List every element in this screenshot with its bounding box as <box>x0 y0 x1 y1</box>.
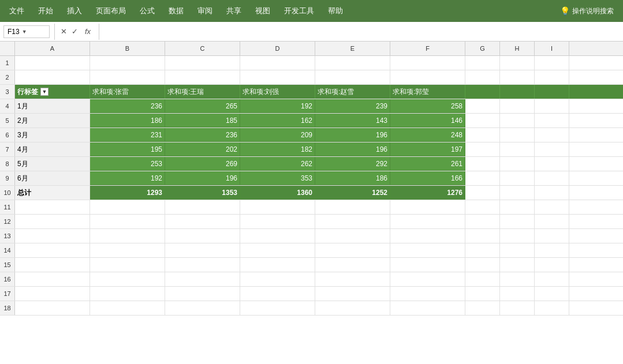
cell-G15[interactable] <box>465 258 500 272</box>
cell-B3[interactable]: 求和项:张雷 <box>90 85 165 99</box>
cell-A15[interactable] <box>15 258 90 272</box>
cell-G7[interactable] <box>465 142 500 156</box>
cell-C8[interactable]: 269 <box>165 157 240 171</box>
cell-I5[interactable] <box>535 114 569 127</box>
cell-E14[interactable] <box>315 243 390 257</box>
cell-A13[interactable] <box>15 229 90 243</box>
col-header-C[interactable]: C <box>165 42 240 55</box>
cell-D10[interactable]: 1360 <box>240 186 315 200</box>
cell-G8[interactable] <box>465 157 500 171</box>
cell-B18[interactable] <box>90 301 165 315</box>
menu-file[interactable]: 文件 <box>2 0 31 22</box>
cell-I7[interactable] <box>535 142 569 156</box>
cell-H15[interactable] <box>500 258 535 272</box>
cell-G6[interactable] <box>465 128 500 142</box>
col-header-A[interactable]: A <box>15 42 90 55</box>
cell-I14[interactable] <box>535 243 569 257</box>
cell-A16[interactable] <box>15 272 90 286</box>
cell-I16[interactable] <box>535 272 569 286</box>
cell-B10[interactable]: 1293 <box>90 186 165 200</box>
cell-H6[interactable] <box>500 128 535 142</box>
row-label-dropdown[interactable]: ▼ <box>40 88 49 96</box>
cell-G4[interactable] <box>465 99 500 113</box>
cell-B14[interactable] <box>90 243 165 257</box>
cell-E2[interactable] <box>315 70 390 84</box>
cell-B13[interactable] <box>90 229 165 243</box>
cell-D13[interactable] <box>240 229 315 243</box>
cell-I17[interactable] <box>535 287 569 301</box>
cell-C14[interactable] <box>165 243 240 257</box>
cell-A9[interactable]: 6月 <box>15 171 90 185</box>
cell-A12[interactable] <box>15 215 90 228</box>
col-header-D[interactable]: D <box>240 42 315 55</box>
cell-B11[interactable] <box>90 200 165 214</box>
cell-A2[interactable] <box>15 70 90 84</box>
cell-I9[interactable] <box>535 171 569 185</box>
cell-C2[interactable] <box>165 70 240 84</box>
cell-D14[interactable] <box>240 243 315 257</box>
cell-G1[interactable] <box>465 56 500 70</box>
cell-I6[interactable] <box>535 128 569 142</box>
cell-E16[interactable] <box>315 272 390 286</box>
cell-F12[interactable] <box>390 215 465 228</box>
cell-E9[interactable]: 186 <box>315 171 390 185</box>
cell-G3[interactable] <box>465 85 500 99</box>
cell-E17[interactable] <box>315 287 390 301</box>
cell-A18[interactable] <box>15 301 90 315</box>
cell-A17[interactable] <box>15 287 90 301</box>
cell-F11[interactable] <box>390 200 465 214</box>
cell-D12[interactable] <box>240 215 315 228</box>
menu-review[interactable]: 审阅 <box>191 0 219 22</box>
cell-C1[interactable] <box>165 56 240 70</box>
dropdown-icon[interactable]: ▼ <box>22 29 27 35</box>
cell-C12[interactable] <box>165 215 240 228</box>
menu-help[interactable]: 帮助 <box>321 0 350 22</box>
cell-F10[interactable]: 1276 <box>390 186 465 200</box>
cell-D11[interactable] <box>240 200 315 214</box>
cell-C17[interactable] <box>165 287 240 301</box>
cell-B12[interactable] <box>90 215 165 228</box>
menu-home[interactable]: 开始 <box>31 0 60 22</box>
menu-share[interactable]: 共享 <box>219 0 248 22</box>
cell-H2[interactable] <box>500 70 535 84</box>
confirm-icon[interactable]: ✓ <box>72 27 78 36</box>
cancel-icon[interactable]: ✕ <box>61 27 67 36</box>
cell-D7[interactable]: 182 <box>240 142 315 156</box>
cell-E6[interactable]: 196 <box>315 128 390 142</box>
menu-data[interactable]: 数据 <box>162 0 191 22</box>
cell-A5[interactable]: 2月 <box>15 114 90 127</box>
cell-H18[interactable] <box>500 301 535 315</box>
menu-formula[interactable]: 公式 <box>133 0 162 22</box>
cell-F7[interactable]: 197 <box>390 142 465 156</box>
cell-F9[interactable]: 166 <box>390 171 465 185</box>
cell-I4[interactable] <box>535 99 569 113</box>
cell-B15[interactable] <box>90 258 165 272</box>
cell-H13[interactable] <box>500 229 535 243</box>
cell-D17[interactable] <box>240 287 315 301</box>
cell-E7[interactable]: 196 <box>315 142 390 156</box>
col-header-F[interactable]: F <box>390 42 465 55</box>
cell-E11[interactable] <box>315 200 390 214</box>
cell-I10[interactable] <box>535 186 569 200</box>
cell-A6[interactable]: 3月 <box>15 128 90 142</box>
cell-A4[interactable]: 1月 <box>15 99 90 113</box>
cell-H16[interactable] <box>500 272 535 286</box>
cell-I1[interactable] <box>535 56 569 70</box>
cell-C5[interactable]: 185 <box>165 114 240 127</box>
cell-I3[interactable] <box>535 85 569 99</box>
cell-B17[interactable] <box>90 287 165 301</box>
cell-E8[interactable]: 292 <box>315 157 390 171</box>
cell-A11[interactable] <box>15 200 90 214</box>
cell-F14[interactable] <box>390 243 465 257</box>
cell-C7[interactable]: 202 <box>165 142 240 156</box>
cell-D5[interactable]: 162 <box>240 114 315 127</box>
cell-B2[interactable] <box>90 70 165 84</box>
cell-D8[interactable]: 262 <box>240 157 315 171</box>
cell-I2[interactable] <box>535 70 569 84</box>
col-header-I[interactable]: I <box>535 42 569 55</box>
cell-I18[interactable] <box>535 301 569 315</box>
cell-D3[interactable]: 求和项:刘强 <box>240 85 315 99</box>
cell-F2[interactable] <box>390 70 465 84</box>
cell-E1[interactable] <box>315 56 390 70</box>
cell-H7[interactable] <box>500 142 535 156</box>
